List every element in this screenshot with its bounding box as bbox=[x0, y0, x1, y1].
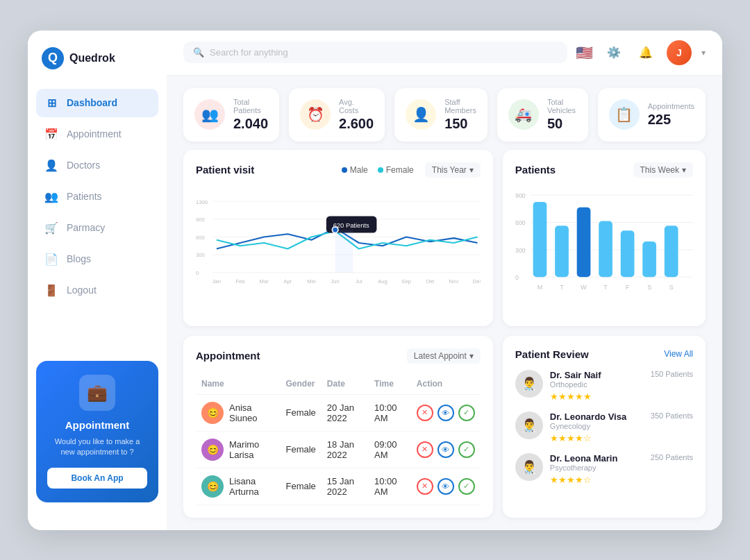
user-avatar[interactable]: J bbox=[667, 40, 692, 65]
svg-text:600: 600 bbox=[515, 219, 526, 226]
patient-date: 20 Jan 2022 bbox=[322, 394, 369, 431]
action-view-icon[interactable]: 👁 bbox=[438, 441, 454, 458]
stat-label-total-patients: Total Patients bbox=[233, 98, 268, 114]
action-delete-icon[interactable]: ✕ bbox=[417, 478, 433, 495]
action-view-icon[interactable]: 👁 bbox=[438, 405, 454, 421]
stat-info-appointments: Appointments 225 bbox=[648, 102, 694, 128]
svg-text:Mei: Mei bbox=[307, 278, 316, 285]
patient-visit-title: Patient visit bbox=[196, 164, 254, 176]
col-gender: Gender bbox=[280, 373, 321, 395]
patient-gender: Female bbox=[280, 468, 321, 504]
table-row: 😊 Anisa Siuneo Female 20 Jan 2022 10:00 … bbox=[196, 394, 481, 431]
patient-name: Marimo Larisa bbox=[229, 439, 274, 460]
header: 🔍 Search for anything 🇺🇸 ⚙️ 🔔 J ▾ bbox=[167, 31, 722, 76]
appointment-table-title: Appointment bbox=[196, 350, 260, 362]
svg-text:Apr: Apr bbox=[283, 278, 292, 285]
sidebar-item-blogs[interactable]: 📄Blogs bbox=[36, 245, 158, 273]
svg-text:300: 300 bbox=[196, 252, 205, 258]
book-appointment-button[interactable]: Book An App bbox=[47, 468, 147, 489]
sidebar-item-patients[interactable]: 👥Patients bbox=[36, 183, 158, 211]
header-icons: 🇺🇸 ⚙️ 🔔 J ▾ bbox=[576, 40, 706, 65]
patient-time: 10:00 AM bbox=[369, 468, 411, 504]
action-delete-icon[interactable]: ✕ bbox=[417, 405, 433, 421]
svg-rect-37 bbox=[599, 221, 612, 277]
svg-text:F: F bbox=[626, 283, 630, 290]
patient-review-card: Patient Review View All 👨‍⚕️ Dr. Sair Na… bbox=[503, 336, 706, 518]
stat-label-appointments: Appointments bbox=[648, 102, 694, 110]
svg-rect-38 bbox=[621, 230, 635, 277]
pharmacy-icon: 🛒 bbox=[44, 221, 58, 235]
action-approve-icon[interactable]: ✓ bbox=[458, 441, 475, 458]
svg-text:300: 300 bbox=[515, 246, 526, 253]
patient-avatar: 😊 bbox=[201, 475, 224, 498]
action-delete-icon[interactable]: ✕ bbox=[417, 441, 433, 458]
action-approve-icon[interactable]: ✓ bbox=[458, 405, 475, 421]
search-bar[interactable]: 🔍 Search for anything bbox=[183, 42, 567, 63]
sidebar: Q Quedrok ⊞Dashboard📅Appointment👤Doctors… bbox=[28, 31, 167, 530]
dashboard-icon: ⊞ bbox=[44, 96, 58, 110]
patient-visit-chart: Patient visit Male Female This Year ▾ bbox=[183, 150, 493, 326]
stat-icon-appointments: 📋 bbox=[609, 99, 640, 130]
col-action: Action bbox=[411, 373, 481, 395]
stat-info-total-patients: Total Patients 2.040 bbox=[233, 98, 268, 132]
svg-text:900: 900 bbox=[515, 192, 526, 198]
chevron-down-icon[interactable]: ▾ bbox=[701, 48, 706, 58]
search-icon: 🔍 bbox=[193, 47, 204, 58]
action-approve-icon[interactable]: ✓ bbox=[458, 478, 475, 495]
svg-text:Nov: Nov bbox=[449, 278, 459, 285]
appointment-filter-dropdown[interactable]: Latest Appoint ▾ bbox=[407, 348, 481, 364]
sidebar-item-dashboard[interactable]: ⊞Dashboard bbox=[36, 89, 158, 117]
patient-name: Lisana Arturna bbox=[229, 476, 274, 497]
appointment-table: Name Gender Date Time Action 😊 Anisa Siu… bbox=[196, 373, 481, 505]
doctor-name: Dr. Sair Naif bbox=[550, 370, 644, 380]
review-item: 👨‍⚕️ Dr. Leonardo Visa Gynecology ★★★★☆ … bbox=[515, 411, 693, 443]
doctor-name: Dr. Leona Marin bbox=[550, 453, 644, 464]
svg-text:Des: Des bbox=[473, 278, 481, 285]
stat-icon-total-patients: 👥 bbox=[194, 99, 225, 130]
svg-text:600: 600 bbox=[196, 234, 205, 240]
doctor-specialty: Psycotherapy bbox=[550, 464, 644, 472]
nav-label: Appointment bbox=[67, 128, 122, 139]
patient-gender: Female bbox=[280, 394, 321, 431]
stat-value-total-patients: 2.040 bbox=[233, 116, 268, 132]
action-view-icon[interactable]: 👁 bbox=[438, 478, 454, 495]
sidebar-item-appointment[interactable]: 📅Appointment bbox=[36, 120, 158, 149]
logo-icon: Q bbox=[42, 47, 64, 69]
svg-text:Jan: Jan bbox=[212, 278, 221, 285]
search-placeholder: Search for anything bbox=[210, 47, 288, 58]
appt-card-title: Appointment bbox=[47, 419, 147, 431]
patient-name: Anisa Siuneo bbox=[229, 402, 274, 423]
stat-card-total-patients: 👥 Total Patients 2.040 bbox=[183, 88, 279, 142]
nav-label: Logout bbox=[67, 285, 97, 296]
svg-text:1300: 1300 bbox=[196, 198, 208, 205]
settings-icon[interactable]: ⚙️ bbox=[603, 42, 625, 64]
svg-rect-35 bbox=[555, 226, 569, 277]
col-time: Time bbox=[369, 373, 411, 395]
doctor-name: Dr. Leonardo Visa bbox=[550, 411, 644, 422]
appointment-card: 💼 Appointment Would you like to make a n… bbox=[36, 361, 158, 502]
patient-cell: 😊 Lisana Arturna bbox=[201, 475, 274, 498]
logout-icon: 🚪 bbox=[44, 284, 58, 297]
patients-title: Patients bbox=[515, 164, 556, 176]
review-item: 👨‍⚕️ Dr. Leona Marin Psycotherapy ★★★★☆ … bbox=[515, 453, 693, 485]
flag-icon[interactable]: 🇺🇸 bbox=[576, 44, 593, 61]
col-name: Name bbox=[196, 373, 280, 395]
stat-icon-staff-members: 👤 bbox=[406, 99, 436, 130]
table-row: 😊 Lisana Arturna Female 15 Jan 2022 10:0… bbox=[196, 468, 481, 504]
period-selector-patients[interactable]: This Week ▾ bbox=[633, 162, 693, 178]
notification-icon[interactable]: 🔔 bbox=[635, 42, 657, 64]
stat-info-staff-members: Staff Members 150 bbox=[444, 98, 476, 132]
patient-avatar: 😊 bbox=[201, 439, 224, 461]
sidebar-item-logout[interactable]: 🚪Logout bbox=[36, 276, 158, 305]
svg-text:Aug: Aug bbox=[378, 278, 388, 285]
sidebar-item-doctors[interactable]: 👤Doctors bbox=[36, 151, 158, 180]
col-date: Date bbox=[322, 373, 369, 395]
view-all-link[interactable]: View All bbox=[664, 349, 693, 359]
svg-rect-34 bbox=[533, 201, 547, 276]
period-selector-visit[interactable]: This Year ▾ bbox=[425, 162, 481, 178]
stats-row: 👥 Total Patients 2.040 ⏰ Avg. Costs 2.60… bbox=[167, 76, 722, 150]
nav-label: Dashboard bbox=[67, 97, 117, 108]
doctor-stars: ★★★★★ bbox=[550, 391, 644, 402]
sidebar-item-pharmacy[interactable]: 🛒Parmacy bbox=[36, 214, 158, 242]
stat-card-appointments: 📋 Appointments 225 bbox=[598, 88, 706, 142]
